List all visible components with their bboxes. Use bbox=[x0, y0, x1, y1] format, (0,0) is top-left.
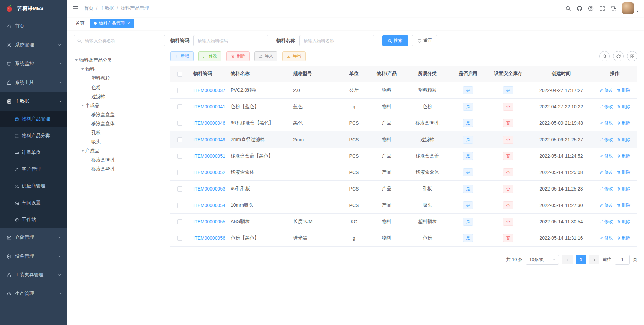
tree-node[interactable]: 移液盒盒体 bbox=[74, 119, 165, 128]
row-checkbox[interactable] bbox=[177, 121, 182, 126]
sidebar-item[interactable]: 设备管理 bbox=[0, 247, 67, 266]
sidebar-subitem[interactable]: 物料产品分类 bbox=[0, 127, 67, 144]
sidebar-item[interactable]: 首页 bbox=[0, 17, 67, 36]
caret-down-icon[interactable] bbox=[74, 58, 79, 63]
tree-node[interactable]: 吸头 bbox=[74, 137, 165, 146]
row-edit-button[interactable]: 修改 bbox=[599, 235, 613, 241]
material-code-link[interactable]: ITEM00000049 bbox=[189, 131, 227, 148]
material-code-link[interactable]: ITEM00000046 bbox=[189, 115, 227, 131]
tab-material-management[interactable]: 物料产品管理 × bbox=[90, 19, 134, 28]
tree-node[interactable]: 塑料颗粒 bbox=[74, 74, 165, 83]
sidebar-item[interactable]: 主数据 bbox=[0, 92, 67, 111]
material-code-link[interactable]: ITEM00000041 bbox=[189, 98, 227, 115]
page-1-button[interactable]: 1 bbox=[576, 255, 586, 264]
row-checkbox[interactable] bbox=[177, 170, 182, 175]
row-edit-button[interactable]: 修改 bbox=[599, 169, 613, 175]
tree-node[interactable]: 物料 bbox=[74, 65, 165, 74]
sidebar-subitem[interactable]: 工作站 bbox=[0, 211, 67, 228]
row-delete-button[interactable]: 删除 bbox=[616, 202, 630, 208]
category-search-input[interactable] bbox=[74, 35, 165, 46]
font-size-button[interactable] bbox=[608, 0, 619, 17]
tab-close-icon[interactable]: × bbox=[127, 21, 130, 25]
row-delete-button[interactable]: 删除 bbox=[616, 137, 630, 143]
tree-node[interactable]: 色粉 bbox=[74, 83, 165, 92]
row-edit-button[interactable]: 修改 bbox=[599, 153, 613, 159]
tree-node[interactable]: 过滤棉 bbox=[74, 92, 165, 101]
row-edit-button[interactable]: 修改 bbox=[599, 87, 613, 93]
help-button[interactable] bbox=[585, 0, 596, 17]
delete-button[interactable]: 删除 bbox=[226, 51, 250, 61]
tab-home[interactable]: 首页 bbox=[72, 19, 88, 28]
caret-down-icon[interactable] bbox=[80, 148, 85, 154]
row-checkbox[interactable] bbox=[177, 236, 182, 241]
app-logo[interactable]: 苦糖果MES bbox=[0, 0, 67, 17]
tree-node[interactable]: 移液盒盒盖 bbox=[74, 110, 165, 119]
refresh-table-button[interactable] bbox=[613, 51, 624, 61]
tree-node[interactable]: 产成品 bbox=[74, 146, 165, 155]
row-edit-button[interactable]: 修改 bbox=[599, 219, 613, 225]
material-code-link[interactable]: ITEM00000052 bbox=[189, 164, 227, 180]
row-checkbox[interactable] bbox=[177, 154, 182, 159]
hamburger-button[interactable] bbox=[67, 0, 84, 17]
tree-node[interactable]: 物料及产品分类 bbox=[74, 56, 165, 65]
reset-button[interactable]: 重置 bbox=[412, 35, 437, 46]
row-checkbox[interactable] bbox=[177, 219, 182, 224]
breadcrumb-master-data[interactable]: 主数据 bbox=[100, 5, 114, 11]
tree-node[interactable]: 孔板 bbox=[74, 128, 165, 137]
row-checkbox[interactable] bbox=[177, 137, 182, 142]
sidebar-subitem[interactable]: 物料产品管理 bbox=[0, 111, 67, 127]
code-filter-input[interactable] bbox=[193, 35, 268, 46]
sidebar-subitem[interactable]: 客户管理 bbox=[0, 161, 67, 178]
material-code-link[interactable]: ITEM00000055 bbox=[189, 213, 227, 230]
row-delete-button[interactable]: 删除 bbox=[616, 153, 630, 159]
avatar[interactable] bbox=[622, 2, 634, 14]
row-edit-button[interactable]: 修改 bbox=[599, 104, 613, 110]
add-button[interactable]: 新增 bbox=[170, 51, 194, 61]
fullscreen-button[interactable] bbox=[596, 0, 608, 17]
navbar-search-button[interactable] bbox=[562, 0, 574, 17]
toggle-search-button[interactable] bbox=[599, 51, 610, 61]
github-button[interactable] bbox=[574, 0, 585, 17]
page-size-select[interactable]: 10条/页 bbox=[526, 255, 559, 265]
tree-node[interactable]: 移液盒96孔 bbox=[74, 155, 165, 164]
sidebar-item[interactable]: 工装夹具管理 bbox=[0, 266, 67, 284]
sidebar-subitem[interactable]: 供应商管理 bbox=[0, 178, 67, 195]
tree-node[interactable]: 半成品 bbox=[74, 101, 165, 110]
sidebar-item[interactable]: 系统工具 bbox=[0, 73, 67, 92]
import-button[interactable]: 导入 bbox=[254, 51, 277, 61]
tree-node[interactable]: 移液盒48孔 bbox=[74, 164, 165, 173]
select-all-checkbox[interactable] bbox=[177, 72, 182, 77]
row-edit-button[interactable]: 修改 bbox=[599, 186, 613, 192]
sidebar-item[interactable]: 系统监控 bbox=[0, 54, 67, 73]
goto-page-input[interactable] bbox=[615, 255, 630, 265]
caret-down-icon[interactable] bbox=[80, 67, 85, 72]
export-button[interactable]: 导出 bbox=[282, 51, 306, 61]
sidebar-subitem[interactable]: 车间设置 bbox=[0, 195, 67, 211]
row-edit-button[interactable]: 修改 bbox=[599, 120, 613, 126]
row-checkbox[interactable] bbox=[177, 88, 182, 93]
sidebar-item[interactable]: 生产管理 bbox=[0, 284, 67, 303]
material-code-link[interactable]: ITEM00000053 bbox=[189, 180, 227, 197]
edit-button[interactable]: 修改 bbox=[198, 51, 221, 61]
sidebar-subitem[interactable]: 计量单位 bbox=[0, 144, 67, 161]
row-delete-button[interactable]: 删除 bbox=[616, 186, 630, 192]
breadcrumb-home[interactable]: 首页 bbox=[84, 5, 93, 11]
column-settings-button[interactable] bbox=[627, 51, 637, 61]
prev-page-button[interactable] bbox=[562, 255, 573, 264]
row-edit-button[interactable]: 修改 bbox=[599, 137, 613, 143]
row-delete-button[interactable]: 删除 bbox=[616, 87, 630, 93]
row-delete-button[interactable]: 删除 bbox=[616, 235, 630, 241]
row-delete-button[interactable]: 删除 bbox=[616, 219, 630, 225]
material-code-link[interactable]: ITEM00000051 bbox=[189, 148, 227, 164]
sidebar-item[interactable]: 仓储管理 bbox=[0, 228, 67, 247]
row-delete-button[interactable]: 删除 bbox=[616, 120, 630, 126]
caret-down-icon[interactable] bbox=[80, 103, 85, 108]
sidebar-item[interactable]: 系统管理 bbox=[0, 36, 67, 54]
row-delete-button[interactable]: 删除 bbox=[616, 104, 630, 110]
name-filter-input[interactable] bbox=[299, 35, 374, 46]
user-menu-caret[interactable] bbox=[635, 9, 639, 15]
search-submit-button[interactable]: 搜索 bbox=[382, 35, 408, 46]
row-checkbox[interactable] bbox=[177, 104, 182, 109]
material-code-link[interactable]: ITEM00000054 bbox=[189, 197, 227, 213]
material-code-link[interactable]: ITEM00000037 bbox=[189, 82, 227, 98]
